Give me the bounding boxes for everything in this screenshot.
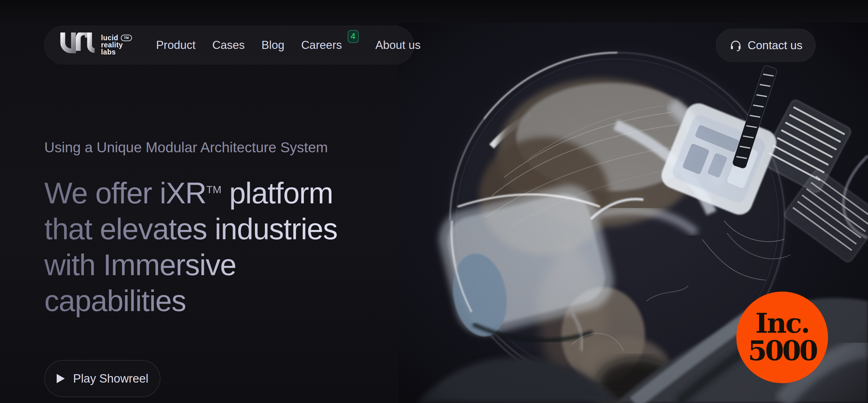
logo-wordmark: lucid TM reality labs: [101, 34, 132, 56]
heading-line3: with Immersive: [44, 248, 236, 281]
hero-subtitle: Using a Unique Modular Architecture Syst…: [44, 139, 328, 156]
nav-item-blog[interactable]: Blog: [261, 39, 284, 52]
play-showreel-button[interactable]: Play Showreel: [44, 360, 160, 397]
nav-item-product[interactable]: Product: [156, 39, 196, 52]
logo-tm-badge: TM: [121, 35, 132, 41]
logo-monogram-icon: [60, 33, 95, 58]
page: { "nav": { "logo": { "monogram": "url", …: [0, 0, 868, 403]
headset-icon: [729, 39, 742, 52]
top-navigation-bar: lucid TM reality labs Product Cases Blog…: [44, 26, 414, 64]
logo-word-line3: labs: [101, 48, 132, 56]
heading-tm-superscript: TM: [206, 183, 221, 195]
heading-line4: capabilities: [44, 284, 186, 317]
hero-heading: We offer iXRTM platform that elevates in…: [44, 175, 337, 319]
inc5000-line1: Inc.: [755, 310, 809, 336]
inc5000-line2: 5000: [748, 336, 816, 365]
heading-line2: that elevates industries: [44, 212, 337, 245]
heading-line1-post: platform: [221, 176, 333, 209]
nav-item-careers[interactable]: Careers 4: [301, 39, 359, 52]
contact-us-label: Contact us: [748, 39, 803, 52]
inc5000-award-badge: Inc. 5000: [736, 292, 828, 383]
logo[interactable]: lucid TM reality labs: [60, 33, 132, 58]
nav-item-about-us[interactable]: About us: [375, 39, 421, 52]
careers-count-badge: 4: [348, 30, 359, 43]
nav-menu: Product Cases Blog Careers 4 About us: [156, 39, 421, 52]
play-showreel-label: Play Showreel: [73, 372, 148, 385]
heading-line1-pre: We offer iXR: [44, 176, 206, 209]
play-icon: [56, 374, 65, 383]
logo-word-line1: lucid: [101, 34, 118, 41]
nav-item-cases[interactable]: Cases: [212, 39, 245, 52]
logo-word-line2: reality: [101, 41, 132, 48]
contact-us-button[interactable]: Contact us: [716, 29, 816, 62]
